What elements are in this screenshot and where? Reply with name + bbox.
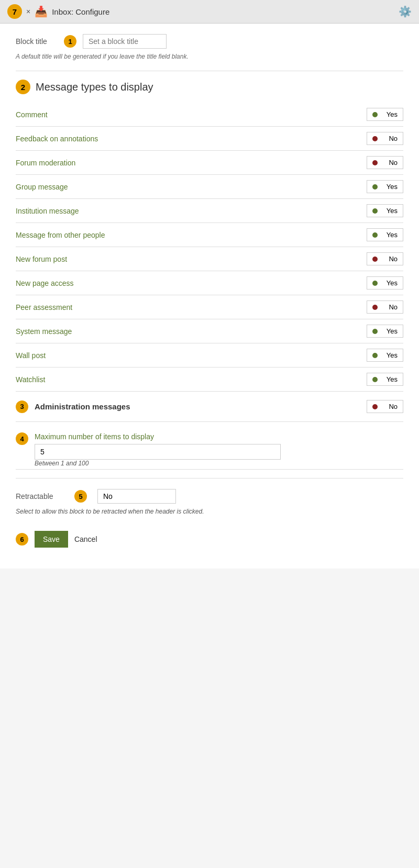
toggle-value-8: No <box>389 303 398 311</box>
toggle-dot-11 <box>372 377 378 382</box>
max-items-hint: Between 1 and 100 <box>35 460 403 467</box>
message-type-row: Message from other people Yes <box>16 223 403 247</box>
step2-badge: 2 <box>16 80 30 94</box>
divider-2 <box>16 469 403 470</box>
block-title-label: Block title <box>16 37 58 46</box>
section4: 4 Maximum number of items to display Bet… <box>16 422 403 469</box>
toggle-dot-4 <box>372 208 378 214</box>
inbox-icon: 📥 <box>35 5 48 18</box>
block-title-input[interactable] <box>83 34 167 49</box>
step4-badge: 4 <box>16 432 28 445</box>
message-type-label: Peer assessment <box>16 303 72 311</box>
toggle-value-11: Yes <box>387 375 398 383</box>
message-type-label: Wall post <box>16 351 46 360</box>
message-type-row: Feedback on annotations No <box>16 127 403 151</box>
message-type-toggle-0[interactable]: Yes <box>367 108 403 121</box>
message-type-toggle-8[interactable]: No <box>367 301 403 314</box>
message-type-label: Message from other people <box>16 231 105 239</box>
message-type-toggle-11[interactable]: Yes <box>367 373 403 386</box>
header-title: Inbox: Configure <box>52 7 109 16</box>
section5: Retractable 5 No Yes Automatically Selec… <box>16 478 403 520</box>
retractable-row: Retractable 5 No Yes Automatically <box>16 489 403 504</box>
toggle-value-10: Yes <box>387 351 398 359</box>
section6: 6 Save Cancel <box>16 520 403 553</box>
message-type-row: System message Yes <box>16 319 403 343</box>
message-type-row: Comment Yes <box>16 103 403 127</box>
message-type-row: Institution message Yes <box>16 199 403 223</box>
message-type-row: Peer assessment No <box>16 295 403 319</box>
toggle-value-9: Yes <box>387 327 398 335</box>
header-left: 7 × 📥 Inbox: Configure <box>7 4 109 19</box>
toggle-value-1: No <box>389 135 398 142</box>
message-type-label: Comment <box>16 110 48 119</box>
toggle-value-3: Yes <box>387 183 398 191</box>
message-type-label: New forum post <box>16 255 67 263</box>
message-type-row: Forum moderation No <box>16 151 403 175</box>
message-type-toggle-1[interactable]: No <box>367 132 403 145</box>
step6-badge: 6 <box>16 533 28 546</box>
admin-dot <box>372 404 378 409</box>
toggle-dot-7 <box>372 281 378 286</box>
section2-title: Message types to display <box>36 81 153 93</box>
toggle-dot-2 <box>372 160 378 165</box>
step1-badge: 1 <box>64 35 76 48</box>
step3-badge: 3 <box>16 400 28 413</box>
retractable-select[interactable]: No Yes Automatically <box>97 489 176 504</box>
toggle-dot-6 <box>372 257 378 262</box>
header-badge: 7 <box>7 4 22 19</box>
toggle-dot-10 <box>372 353 378 358</box>
message-type-label: Watchlist <box>16 375 45 384</box>
header-bar: 7 × 📥 Inbox: Configure ⚙️ <box>0 0 419 24</box>
message-type-toggle-10[interactable]: Yes <box>367 349 403 362</box>
message-type-toggle-9[interactable]: Yes <box>367 325 403 338</box>
admin-section: 3 Administration messages No <box>16 392 403 422</box>
toggle-value-5: Yes <box>387 231 398 239</box>
toggle-value-2: No <box>389 159 398 166</box>
message-type-label: Feedback on annotations <box>16 135 98 143</box>
retractable-hint: Select to allow this block to be retract… <box>16 508 403 515</box>
toggle-dot-0 <box>372 112 378 117</box>
admin-label: Administration messages <box>35 402 130 411</box>
settings-icon[interactable]: ⚙️ <box>399 5 412 18</box>
message-type-toggle-4[interactable]: Yes <box>367 204 403 217</box>
toggle-dot-5 <box>372 232 378 238</box>
message-type-toggle-2[interactable]: No <box>367 156 403 169</box>
admin-toggle-btn[interactable]: No <box>367 400 403 413</box>
close-icon[interactable]: × <box>26 7 30 16</box>
message-type-row: Group message Yes <box>16 175 403 199</box>
section4-content: Maximum number of items to display Betwe… <box>35 432 403 467</box>
message-type-label: Forum moderation <box>16 159 75 167</box>
divider-1 <box>16 71 403 71</box>
toggle-value-6: No <box>389 255 398 263</box>
block-title-hint: A default title will be generated if you… <box>16 53 403 60</box>
toggle-dot-9 <box>372 329 378 334</box>
message-type-row: New forum post No <box>16 247 403 271</box>
toggle-value-7: Yes <box>387 279 398 287</box>
block-title-section: Block title 1 <box>16 34 403 49</box>
message-type-row: Watchlist Yes <box>16 368 403 392</box>
save-button[interactable]: Save <box>35 531 68 548</box>
message-type-label: Group message <box>16 183 68 191</box>
main-content: Block title 1 A default title will be ge… <box>0 24 419 569</box>
cancel-button[interactable]: Cancel <box>74 531 97 548</box>
message-type-toggle-6[interactable]: No <box>367 252 403 265</box>
toggle-dot-3 <box>372 184 378 190</box>
toggle-value-4: Yes <box>387 207 398 215</box>
message-type-row: Wall post Yes <box>16 343 403 368</box>
message-type-list: Comment Yes Feedback on annotations No F… <box>16 103 403 392</box>
toggle-dot-8 <box>372 305 378 310</box>
section2-heading: 2 Message types to display <box>16 80 403 94</box>
message-type-toggle-5[interactable]: Yes <box>367 228 403 241</box>
admin-value: No <box>389 403 398 410</box>
message-type-label: Institution message <box>16 207 79 215</box>
message-type-toggle-3[interactable]: Yes <box>367 180 403 193</box>
step5-badge: 5 <box>74 490 87 503</box>
message-type-toggle-7[interactable]: Yes <box>367 276 403 290</box>
retractable-label: Retractable <box>16 492 68 500</box>
max-items-label: Maximum number of items to display <box>35 432 403 441</box>
toggle-value-0: Yes <box>387 110 398 118</box>
max-items-input[interactable] <box>35 444 281 460</box>
message-type-label: System message <box>16 327 72 336</box>
message-type-label: New page access <box>16 279 74 287</box>
toggle-dot-1 <box>372 136 378 141</box>
